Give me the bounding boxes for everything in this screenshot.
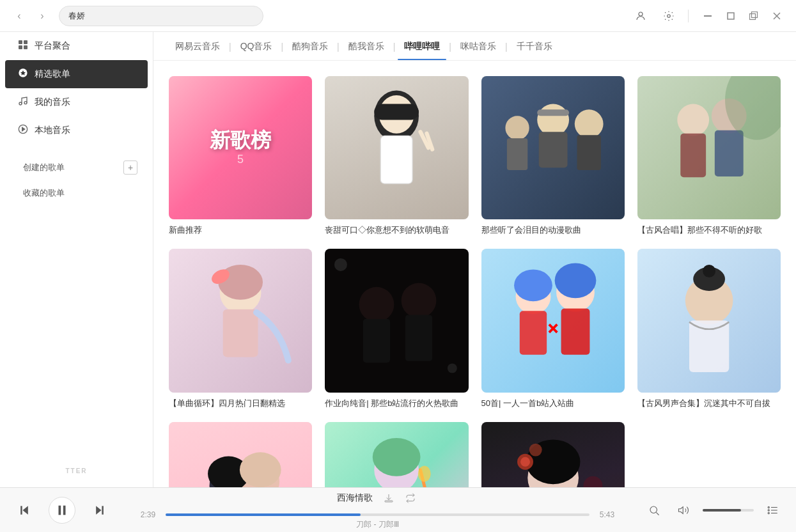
sidebar-item-platform-label: 平台聚合 [35, 40, 70, 52]
playlist-card-3[interactable]: 那些听了会泪目的动漫歌曲 [481, 76, 625, 236]
svg-point-40 [359, 287, 394, 322]
svg-point-42 [402, 283, 437, 318]
song-title-row: 西海情歌 [337, 490, 419, 506]
svg-rect-41 [363, 319, 390, 363]
svg-point-51 [554, 263, 596, 299]
playlist-title-3: 那些听了会泪目的动漫歌曲 [481, 224, 625, 236]
svg-rect-3 [728, 13, 734, 19]
song-artist: 刀郎 - 刀郎Ⅲ [356, 519, 399, 530]
restore-button[interactable] [722, 7, 740, 25]
svg-rect-5 [752, 12, 758, 17]
volume-fill [703, 509, 741, 512]
progress-bar[interactable] [166, 513, 589, 516]
tab-kuwo[interactable]: 酷我音乐 [342, 41, 391, 60]
minimize-button[interactable] [699, 7, 717, 25]
svg-rect-81 [20, 506, 22, 514]
playlist-title-8: 【古风男声合集】沉迷其中不可自拔 [637, 398, 781, 409]
add-playlist-button[interactable]: + [123, 160, 137, 175]
svg-point-77 [529, 444, 542, 457]
sidebar-item-mymusic[interactable]: 我的音乐 [5, 88, 148, 116]
sidebar-item-localmusic-label: 本地音乐 [35, 125, 70, 136]
playlist-card-4[interactable]: 【古风合唱】那些不得不听的好歌 [637, 76, 781, 236]
player-right [644, 500, 783, 520]
download-button[interactable] [380, 490, 397, 506]
tab-kugou[interactable]: 酷狗音乐 [286, 41, 334, 60]
svg-point-87 [650, 506, 657, 513]
sidebar-saved-row[interactable]: 收藏的歌单 [5, 180, 148, 206]
svg-point-0 [639, 12, 643, 16]
playlist-card-1[interactable]: 新歌榜 5 新曲推荐 [169, 76, 312, 236]
sidebar-created-row[interactable]: 创建的歌单 + [5, 155, 148, 180]
user-icon[interactable] [632, 7, 650, 25]
next-button[interactable] [88, 499, 111, 522]
svg-marker-17 [22, 127, 25, 130]
svg-rect-30 [577, 135, 600, 170]
sidebar-item-platform[interactable]: 平台聚合 [5, 32, 148, 60]
total-time: 5:43 [596, 510, 618, 519]
svg-point-45 [448, 364, 457, 373]
playlist-card-6[interactable]: 作业向纯音| 那些b站流行的火热歌曲 [325, 249, 468, 409]
forward-button[interactable]: › [33, 7, 51, 25]
prev-button[interactable] [13, 499, 36, 522]
playlist-grid: 新歌榜 5 新曲推荐 [153, 61, 796, 487]
sidebar-item-mymusic-label: 我的音乐 [35, 97, 70, 108]
svg-rect-8 [19, 40, 22, 44]
svg-rect-55 [689, 321, 729, 373]
playlist-card-8[interactable]: 【古风男声合集】沉迷其中不可自拔 [637, 249, 781, 409]
svg-point-27 [505, 116, 529, 139]
svg-marker-80 [23, 506, 28, 514]
sidebar-saved-label: 收藏的歌单 [23, 187, 65, 199]
svg-point-31 [677, 104, 709, 136]
svg-point-48 [514, 270, 552, 302]
playlist-title-6: 作业向纯音| 那些b站流行的火热歌曲 [325, 398, 468, 409]
playlist-title-1: 新曲推荐 [169, 224, 312, 236]
playlist-button[interactable] [763, 500, 783, 520]
playlist-card-10[interactable]: 轻松向丨一张甜听甜饿 [325, 422, 468, 487]
tab-bilibili[interactable]: 哔哩哔哩 [398, 41, 446, 60]
svg-point-93 [768, 506, 769, 508]
search-player-button[interactable] [644, 500, 664, 520]
back-button[interactable]: ‹ [10, 7, 28, 25]
svg-rect-43 [405, 315, 432, 361]
maximize-button[interactable] [745, 7, 763, 25]
svg-rect-25 [538, 132, 567, 168]
playlist-title-5: 【单曲循环】四月热门日翻精选 [169, 398, 312, 409]
tab-migu[interactable]: 咪咕音乐 [454, 41, 503, 60]
playlist-card-9[interactable]: 嘿。听他们为你唱首情 [169, 422, 312, 487]
sidebar: 平台聚合 精选歌单 我的音乐 本地音乐 [0, 32, 153, 487]
content-area: 网易云音乐 | QQ音乐 | 酷狗音乐 | 酷我音乐 | 哔哩哔哩 | 咪咕音乐… [153, 32, 796, 487]
svg-point-57 [703, 265, 715, 278]
tabs-bar: 网易云音乐 | QQ音乐 | 酷狗音乐 | 酷我音乐 | 哔哩哔哩 | 咪咕音乐… [153, 32, 796, 61]
song-action-icons [380, 490, 419, 506]
settings-icon[interactable] [660, 7, 678, 25]
svg-point-71 [418, 465, 431, 481]
svg-point-14 [19, 102, 22, 105]
titlebar-right [632, 7, 786, 25]
pause-button[interactable] [49, 497, 75, 524]
search-input[interactable] [59, 6, 263, 26]
window-controls [699, 7, 786, 25]
tab-qianqian[interactable]: 千千音乐 [510, 41, 559, 60]
playlist-card-2[interactable]: 丧甜可口◇你意想不到的软萌电音 [325, 76, 468, 236]
svg-rect-26 [537, 109, 569, 116]
playlist-card-5[interactable]: 【单曲循环】四月热门日翻精选 [169, 249, 312, 409]
playlist-title-2: 丧甜可口◇你意想不到的软萌电音 [325, 224, 468, 236]
sidebar-item-localmusic[interactable]: 本地音乐 [5, 116, 148, 145]
volume-button[interactable] [673, 500, 694, 520]
volume-bar[interactable] [703, 509, 754, 512]
svg-point-78 [583, 476, 602, 487]
sidebar-created-label: 创建的歌单 [23, 162, 65, 173]
svg-marker-84 [96, 506, 101, 514]
svg-rect-47 [519, 311, 546, 356]
svg-rect-34 [715, 130, 744, 176]
close-button[interactable] [768, 7, 786, 25]
playlist-card-11[interactable]: GHEN.DE.LA 【日语】那些令人中毒 [481, 422, 625, 487]
tab-qq[interactable]: QQ音乐 [234, 41, 279, 60]
sidebar-item-selected[interactable]: 精选歌单 [5, 60, 148, 88]
tab-netease[interactable]: 网易云音乐 [169, 41, 226, 60]
svg-point-66 [373, 438, 421, 476]
divider [688, 10, 689, 22]
svg-rect-9 [24, 40, 27, 44]
playlist-card-7[interactable]: 50首| 一人一首b站入站曲 [481, 249, 625, 409]
repeat-button[interactable] [402, 490, 419, 506]
